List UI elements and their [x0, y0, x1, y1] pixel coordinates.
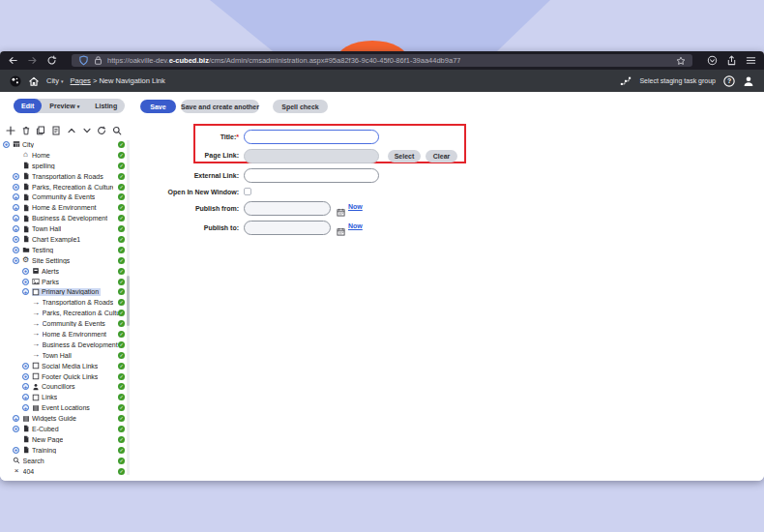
expand-toggle-icon[interactable] — [22, 363, 29, 369]
url-bar[interactable]: https://oakville-dev.e-cubed.biz/cms/Adm… — [72, 54, 692, 67]
published-check-icon: ✓ — [118, 257, 125, 264]
help-icon[interactable]: ? — [723, 75, 735, 87]
tree-item[interactable]: Testing✓ — [0, 245, 126, 255]
tree-item[interactable]: →Parks, Recreation & Culture✓ — [0, 308, 126, 318]
breadcrumb-pages-link[interactable]: Pages — [71, 76, 91, 85]
tree-item[interactable]: Primary Navigation✓ — [0, 286, 126, 297]
expand-toggle-icon[interactable] — [13, 193, 19, 200]
tree-item[interactable]: Social Media Links✓ — [0, 361, 126, 371]
tree-item[interactable]: Training✓ — [0, 445, 126, 456]
copy-icon[interactable] — [36, 126, 45, 135]
tree-item-label: Home & Environment — [32, 204, 97, 211]
tree-item[interactable]: →Community & Events✓ — [0, 318, 126, 329]
site-selector[interactable]: City ▾ — [46, 76, 64, 85]
expand-toggle-icon[interactable] — [13, 173, 19, 180]
expand-toggle-icon[interactable] — [13, 426, 19, 432]
expand-toggle-icon[interactable] — [22, 394, 29, 400]
page-link-input[interactable] — [244, 149, 379, 163]
page-tree: City✓⌂Home✓spelling✓Transportation & Roa… — [0, 139, 126, 477]
tree-item[interactable]: Town Hall✓ — [0, 223, 126, 234]
publish-from-now-link[interactable]: Now — [348, 203, 363, 210]
chevron-down-icon[interactable] — [82, 126, 92, 135]
expand-toggle-icon[interactable] — [22, 279, 29, 285]
chevron-up-icon[interactable] — [67, 126, 76, 135]
expand-toggle-icon[interactable] — [22, 373, 29, 380]
tree-item[interactable]: Chart Example1✓ — [0, 234, 126, 245]
expand-toggle-icon[interactable] — [3, 141, 10, 148]
tree-item-label: Business & Development — [32, 215, 107, 222]
tree-scrollbar-thumb[interactable] — [127, 276, 130, 326]
forward-button[interactable] — [27, 55, 38, 66]
tree-item[interactable]: ⌂Home✓ — [0, 150, 126, 161]
open-in-new-window-checkbox[interactable] — [244, 188, 251, 195]
tree-item[interactable]: Footer Quick Links✓ — [0, 371, 126, 382]
tree-item[interactable]: ⚙Site Settings✓ — [0, 255, 126, 266]
trash-icon[interactable] — [21, 126, 31, 135]
tree-item[interactable]: Widgets Guide✓ — [0, 413, 126, 424]
plus-icon[interactable] — [6, 126, 15, 135]
tree-item-label: Site Settings — [32, 257, 70, 264]
tree-item[interactable]: →Home & Environment✓ — [0, 329, 126, 340]
expand-toggle-icon[interactable] — [13, 257, 19, 264]
publish-to-input[interactable] — [244, 221, 331, 235]
tree-item[interactable]: Councillors✓ — [0, 381, 126, 392]
user-icon[interactable] — [743, 75, 754, 87]
publish-from-input[interactable] — [244, 201, 331, 216]
reload-button[interactable] — [46, 55, 57, 66]
tree-item[interactable]: →Business & Development✓ — [0, 340, 126, 350]
tree-item[interactable]: Links✓ — [0, 392, 126, 402]
tree-item[interactable]: spelling✓ — [0, 161, 126, 171]
tree-item[interactable]: Search✓ — [0, 456, 126, 466]
expand-toggle-icon[interactable] — [13, 204, 19, 211]
tree-item[interactable]: E-Cubed✓ — [0, 424, 126, 434]
tracking-shield-icon[interactable] — [78, 55, 89, 66]
tab-edit[interactable]: Edit — [14, 99, 42, 113]
tree-item[interactable]: ×404✓ — [0, 466, 126, 477]
expand-toggle-icon[interactable] — [13, 236, 19, 243]
expand-toggle-icon[interactable] — [22, 404, 29, 411]
tree-item[interactable]: Transportation & Roads✓ — [0, 171, 126, 182]
menu-icon[interactable] — [746, 55, 756, 66]
tree-item[interactable]: Community & Events✓ — [0, 192, 126, 202]
tree-item[interactable]: →Town Hall✓ — [0, 350, 126, 361]
calendar-icon[interactable] — [337, 222, 345, 231]
expand-toggle-icon[interactable] — [13, 247, 19, 253]
expand-toggle-icon[interactable] — [13, 184, 19, 191]
tree-item[interactable]: New Page✓ — [0, 434, 126, 445]
bookmark-star-icon[interactable] — [676, 56, 686, 66]
document-icon[interactable] — [51, 126, 61, 135]
tree-item[interactable]: Parks, Recreation & Culture✓ — [0, 182, 126, 192]
expand-toggle-icon[interactable] — [13, 447, 19, 454]
external-link-input[interactable] — [244, 168, 379, 183]
tree-item[interactable]: City✓ — [0, 139, 126, 150]
back-button[interactable] — [8, 55, 18, 66]
tree-item[interactable]: Event Locations✓ — [0, 402, 126, 413]
expand-toggle-icon[interactable] — [22, 383, 29, 390]
save-button[interactable]: Save — [140, 100, 176, 113]
expand-toggle-icon[interactable] — [13, 415, 19, 422]
tree-item[interactable]: Alerts✓ — [0, 266, 126, 277]
refresh-icon[interactable] — [97, 126, 106, 135]
page-link-clear-button[interactable]: Clear — [426, 150, 457, 163]
home-icon[interactable] — [28, 75, 40, 87]
tree-item[interactable]: →Transportation & Roads✓ — [0, 297, 126, 308]
title-input[interactable] — [244, 130, 379, 144]
cms-logo-icon[interactable] — [10, 75, 21, 87]
pocket-icon[interactable] — [707, 55, 718, 66]
spell-check-button[interactable]: Spell check — [273, 100, 328, 113]
share-icon[interactable] — [726, 55, 737, 66]
expand-toggle-icon[interactable] — [13, 225, 19, 232]
staging-task-group-selector[interactable]: Select staging task group — [639, 77, 716, 84]
tab-listing[interactable]: Listing — [87, 99, 125, 113]
save-and-create-another-button[interactable]: Save and create another — [181, 100, 259, 113]
expand-toggle-icon[interactable] — [22, 268, 29, 275]
page-link-select-button[interactable]: Select — [388, 150, 421, 163]
tree-item[interactable]: Business & Development✓ — [0, 213, 126, 223]
expand-toggle-icon[interactable] — [22, 288, 29, 295]
expand-toggle-icon[interactable] — [13, 215, 19, 222]
tree-item[interactable]: Home & Environment✓ — [0, 202, 126, 213]
publish-to-now-link[interactable]: Now — [348, 222, 363, 229]
tree-item[interactable]: Parks✓ — [0, 277, 126, 287]
tab-preview[interactable]: Preview▾ — [42, 99, 87, 113]
calendar-icon[interactable] — [337, 203, 345, 212]
